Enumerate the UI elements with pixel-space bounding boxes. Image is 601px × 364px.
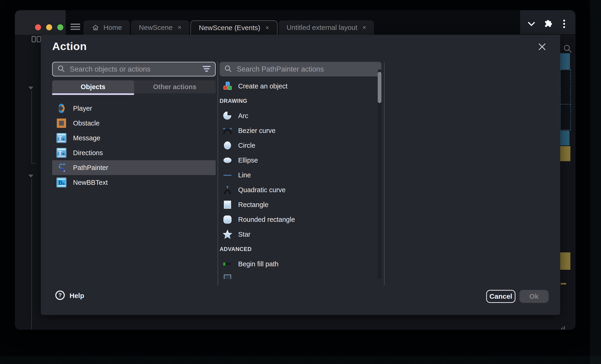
event-block — [561, 283, 566, 285]
tab-close-icon[interactable]: × — [265, 25, 269, 31]
minimize-window-button[interactable] — [46, 24, 52, 30]
action-item-line[interactable]: Line — [220, 168, 378, 182]
actions-search-field[interactable] — [220, 62, 381, 77]
rounded-rectangle-icon — [222, 215, 233, 224]
path-painter-icon — [56, 163, 67, 172]
filter-icon[interactable] — [203, 66, 210, 73]
row-label: PathPainter — [73, 164, 108, 172]
line-icon — [222, 170, 233, 180]
action-item-arc[interactable]: Arc — [220, 108, 378, 123]
main-menu-icon[interactable] — [70, 24, 80, 31]
text-object-icon: Tx — [56, 133, 67, 143]
action-item-ellipse[interactable]: Ellipse — [220, 153, 378, 168]
bbtext-object-icon: Bb — [56, 178, 67, 187]
dialog-footer: ? Help Cancel Ok — [41, 287, 560, 306]
event-block — [560, 146, 571, 161]
zoom-window-button[interactable] — [57, 24, 63, 30]
row-label: Player — [73, 105, 92, 112]
event-block — [560, 252, 571, 270]
row-label: Directions — [73, 149, 103, 157]
objects-search-field[interactable] — [52, 62, 216, 77]
window-controls — [15, 10, 66, 35]
dialog-title: Action — [52, 40, 87, 53]
object-item-message[interactable]: TxMessage — [52, 131, 216, 145]
text-object-icon: Tx — [56, 148, 67, 158]
object-item-pathpainter[interactable]: PathPainter — [52, 160, 216, 175]
desktop: HomeNewScene×NewScene (Events)×Untitled … — [0, 0, 601, 364]
tab-label: Untitled external layout — [287, 24, 357, 31]
action-item-bezier-curve[interactable]: Bezier curve — [220, 123, 378, 138]
bezier-curve-icon — [222, 126, 233, 135]
action-item-begin-fill-path[interactable]: Begin fill path — [220, 257, 378, 271]
editor-tabs: HomeNewScene×NewScene (Events)×Untitled … — [83, 20, 375, 35]
event-block — [560, 131, 570, 145]
star-icon — [222, 230, 233, 239]
event-collapse-icon[interactable] — [28, 86, 33, 90]
cancel-button[interactable]: Cancel — [486, 290, 515, 303]
event-collapse-icon[interactable] — [28, 175, 33, 178]
panel-layout-icon[interactable] — [31, 36, 42, 44]
help-button[interactable]: ? Help — [55, 290, 84, 301]
action-item-partial[interactable] — [220, 271, 378, 279]
object-item-player[interactable]: Player — [52, 101, 216, 116]
extensions-puzzle-icon[interactable] — [543, 19, 553, 29]
object-item-directions[interactable]: TxDirections — [52, 145, 216, 160]
action-dialog: Action ObjectsOther actions PlayerObstac… — [41, 35, 560, 315]
circle-icon — [222, 141, 233, 150]
tab-other-actions[interactable]: Other actions — [134, 80, 216, 93]
search-icon — [57, 65, 65, 74]
row-label: Begin fill path — [238, 260, 279, 268]
object-item-newbbtext[interactable]: BbNewBBText — [52, 175, 216, 190]
tab-close-icon[interactable]: × — [362, 24, 366, 31]
tab-home[interactable]: Home — [83, 20, 130, 35]
svg-text:x: x — [63, 137, 65, 141]
help-icon: ? — [55, 290, 65, 301]
action-item-rectangle[interactable]: Rectangle — [220, 197, 378, 212]
tab-close-icon[interactable]: × — [178, 24, 181, 31]
tab-newscene-events[interactable]: NewScene (Events)× — [190, 20, 277, 35]
action-item-circle[interactable]: Circle — [220, 138, 378, 153]
action-item-rounded-rectangle[interactable]: Rounded rectangle — [220, 212, 378, 227]
actions-search-input[interactable] — [236, 65, 377, 74]
panel-divider — [384, 62, 385, 285]
row-label: Ellipse — [238, 156, 258, 164]
window-toolbar — [520, 10, 575, 34]
tab-label: NewScene — [139, 24, 172, 31]
object-list: PlayerObstacleTxMessageTxDirectionsPathP… — [52, 101, 216, 190]
scrollbar-track[interactable] — [378, 69, 381, 279]
partial-item-icon — [222, 274, 233, 279]
object-item-obstacle[interactable]: Obstacle — [52, 116, 216, 131]
close-window-button[interactable] — [35, 24, 41, 30]
action-item-create-an-object[interactable]: Create an object — [220, 79, 378, 94]
tab-newscene[interactable]: NewScene× — [131, 20, 189, 35]
home-icon — [91, 23, 100, 32]
tab-untitled-external-layout[interactable]: Untitled external layout× — [279, 20, 374, 35]
svg-text:T: T — [58, 150, 62, 156]
section-header-advanced: ADVANCED — [220, 242, 378, 257]
app-window: HomeNewScene×NewScene (Events)×Untitled … — [15, 10, 575, 330]
row-label: Rounded rectangle — [238, 216, 295, 223]
kebab-menu-icon[interactable] — [559, 19, 569, 29]
clipped-editor-text: d... — [561, 325, 572, 330]
event-block-dashed — [560, 69, 571, 130]
tab-label: Home — [103, 24, 122, 31]
ok-button[interactable]: Ok — [519, 290, 549, 303]
objects-search-input[interactable] — [69, 65, 203, 74]
action-item-star[interactable]: Star — [220, 227, 378, 242]
object-panel-tabs: ObjectsOther actions — [52, 80, 216, 93]
tab-objects[interactable]: Objects — [52, 80, 134, 93]
action-list: Create an objectDRAWINGArcBezier curveCi… — [220, 79, 378, 279]
help-label: Help — [70, 292, 84, 300]
row-label: Star — [238, 231, 250, 238]
section-header-drawing: DRAWING — [220, 94, 378, 108]
row-label: Create an object — [238, 82, 288, 90]
begin-fill-path-icon — [222, 259, 233, 269]
action-item-quadratic-curve[interactable]: Quadratic curve — [220, 182, 378, 197]
close-icon[interactable] — [536, 40, 549, 53]
svg-text:?: ? — [59, 292, 62, 298]
chevron-down-icon[interactable] — [526, 19, 537, 29]
rectangle-icon — [222, 200, 233, 210]
scrollbar-thumb[interactable] — [378, 72, 381, 103]
titlebar: HomeNewScene×NewScene (Events)×Untitled … — [15, 10, 575, 35]
event-block — [560, 53, 570, 69]
